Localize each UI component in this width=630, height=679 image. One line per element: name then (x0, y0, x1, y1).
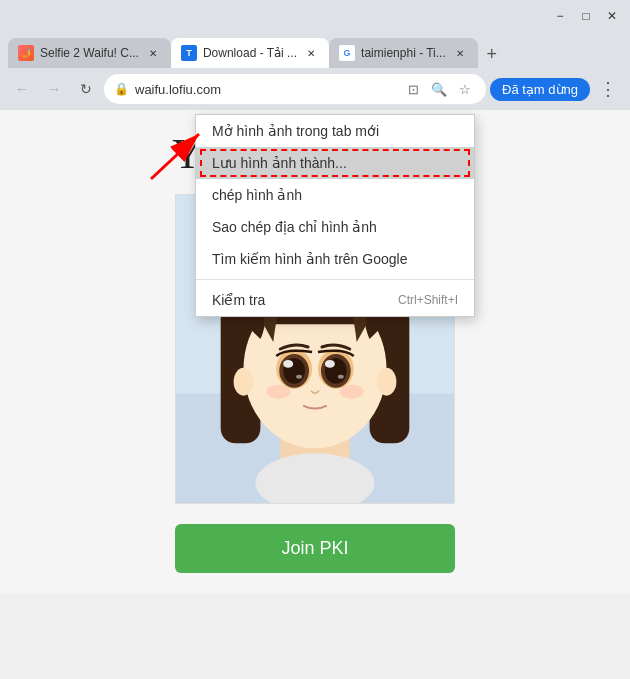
menu-item-inspect[interactable]: Kiểm tra Ctrl+Shift+I (196, 284, 474, 316)
paused-button[interactable]: Đã tạm dừng (490, 78, 590, 101)
tab-selfie-close[interactable]: ✕ (145, 45, 161, 61)
tab-download-close[interactable]: ✕ (303, 45, 319, 61)
svg-point-20 (234, 368, 254, 396)
favicon-selfie: 🤳 (18, 45, 34, 61)
svg-point-19 (340, 385, 364, 399)
red-arrow (141, 124, 221, 184)
svg-point-17 (338, 375, 344, 379)
star-icon[interactable]: ☆ (454, 78, 476, 100)
close-button[interactable]: ✕ (600, 6, 624, 26)
tab-selfie-label: Selfie 2 Waifu! C... (40, 46, 139, 60)
menu-item-search-google[interactable]: Tìm kiếm hình ảnh trên Google (196, 243, 474, 275)
more-options-button[interactable]: ⋮ (594, 75, 622, 103)
tab-download-label: Download - Tải ... (203, 46, 297, 60)
tab-download[interactable]: T Download - Tải ... ✕ (171, 38, 329, 68)
address-icons: ⊡ 🔍 ☆ (402, 78, 476, 100)
menu-divider (196, 279, 474, 280)
forward-button[interactable]: → (40, 75, 68, 103)
address-text: waifu.lofiu.com (135, 82, 396, 97)
window-controls: − □ ✕ (548, 6, 624, 26)
search-icon[interactable]: 🔍 (428, 78, 450, 100)
page-content: Your Waifu Here (0, 110, 630, 593)
tab-google-label: taimienphi - Ti... (361, 46, 446, 60)
highlighted-item-wrapper: Lưu hình ảnh thành... (196, 147, 474, 179)
context-menu: Mở hình ảnh trong tab mới Lưu hình ảnh t… (195, 114, 475, 317)
arrow-container (141, 124, 221, 187)
minimize-button[interactable]: − (548, 6, 572, 26)
join-button-container: Join PKI (175, 524, 455, 573)
svg-point-12 (296, 375, 302, 379)
menu-item-copy-image[interactable]: chép hình ảnh (196, 179, 474, 211)
tab-bar: 🤳 Selfie 2 Waifu! C... ✕ T Download - Tả… (0, 32, 630, 68)
image-and-menu-container: Mở hình ảnh trong tab mới Lưu hình ảnh t… (175, 194, 455, 504)
svg-point-21 (377, 368, 397, 396)
translate-icon[interactable]: ⊡ (402, 78, 424, 100)
address-bar: ← → ↻ 🔒 waifu.lofiu.com ⊡ 🔍 ☆ Đã tạm dừn… (0, 68, 630, 110)
menu-item-open-new-tab[interactable]: Mở hình ảnh trong tab mới (196, 115, 474, 147)
join-button[interactable]: Join PKI (175, 524, 455, 573)
svg-point-18 (266, 385, 290, 399)
new-tab-button[interactable]: + (478, 40, 506, 68)
maximize-button[interactable]: □ (574, 6, 598, 26)
tab-selfie[interactable]: 🤳 Selfie 2 Waifu! C... ✕ (8, 38, 171, 68)
title-bar: − □ ✕ (0, 0, 630, 32)
reload-button[interactable]: ↻ (72, 75, 100, 103)
svg-point-16 (325, 360, 335, 368)
tab-google[interactable]: G taimienphi - Ti... ✕ (329, 38, 478, 68)
browser-chrome: − □ ✕ 🤳 Selfie 2 Waifu! C... ✕ T Downloa… (0, 0, 630, 110)
svg-point-11 (283, 360, 293, 368)
favicon-download: T (181, 45, 197, 61)
menu-item-save-image[interactable]: Lưu hình ảnh thành... (196, 147, 474, 179)
svg-line-23 (151, 134, 199, 179)
menu-item-copy-address[interactable]: Sao chép địa chỉ hình ảnh (196, 211, 474, 243)
favicon-google: G (339, 45, 355, 61)
tab-google-close[interactable]: ✕ (452, 45, 468, 61)
address-box[interactable]: 🔒 waifu.lofiu.com ⊡ 🔍 ☆ (104, 74, 486, 104)
lock-icon: 🔒 (114, 82, 129, 96)
back-button[interactable]: ← (8, 75, 36, 103)
